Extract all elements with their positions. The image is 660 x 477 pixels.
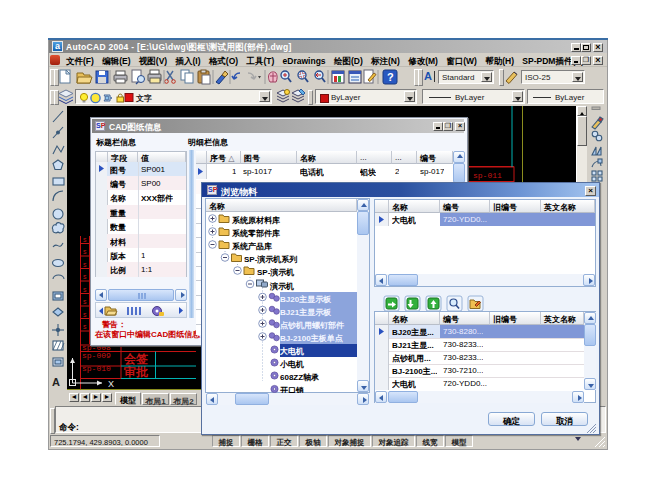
svg-text:s: s <box>83 298 87 305</box>
svg-text:s: s <box>83 311 87 318</box>
svg-text:?: ? <box>387 71 394 83</box>
svg-text:s: s <box>83 273 87 280</box>
svg-text:s: s <box>83 286 87 293</box>
svg-text:会签: 会签 <box>123 352 148 366</box>
svg-text:s: s <box>83 236 87 243</box>
svg-text:X: X <box>108 379 114 389</box>
svg-text:sp-009: sp-009 <box>82 351 111 360</box>
svg-text:A: A <box>52 376 60 388</box>
svg-text:sp-011: sp-011 <box>473 171 502 180</box>
svg-text:s: s <box>83 261 87 268</box>
svg-text:审批: 审批 <box>123 365 148 379</box>
svg-text:s: s <box>83 323 87 330</box>
svg-text:s: s <box>83 248 87 255</box>
svg-text:sp-010: sp-010 <box>82 364 111 373</box>
